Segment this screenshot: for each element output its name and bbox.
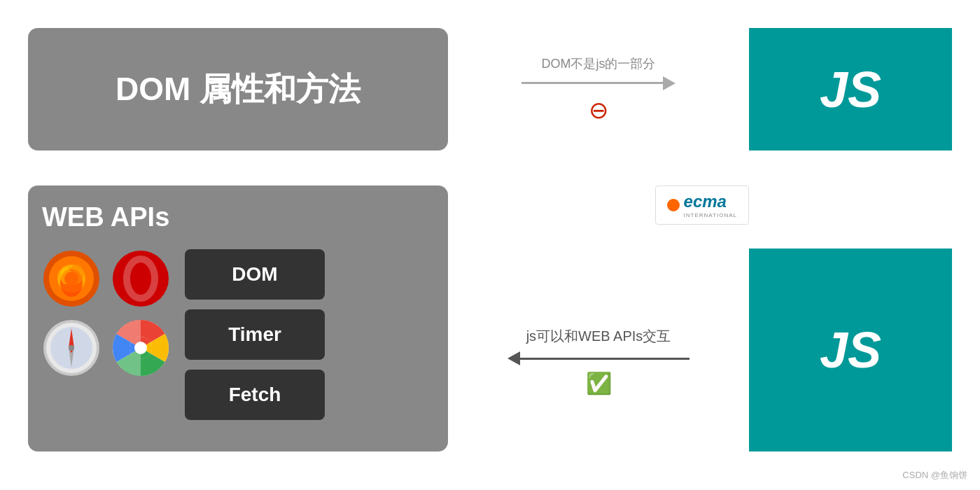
top-arrow-right [522,76,676,90]
svg-point-15 [69,345,74,351]
api-btn-dom: DOM [185,249,325,300]
web-apis-box: WEB APIs [28,186,448,451]
js-bottom-label: JS [820,321,881,379]
web-apis-title: WEB APIs [42,202,434,232]
bottom-arrow-left [507,351,690,365]
dom-box-title: DOM 属性和方法 [115,68,360,111]
arrow-head-left [507,351,520,365]
arrow-label-bottom: js可以和WEB APIs交互 [526,327,671,346]
arrow-label-top: DOM不是js的一部分 [542,55,656,72]
svg-point-6 [64,272,78,286]
arrow-area-top: DOM不是js的一部分 ⊖ [448,28,749,150]
check-symbol: ✅ [586,371,612,396]
api-buttons: DOM Timer Fetch [185,249,325,420]
api-btn-fetch: Fetch [185,370,325,420]
no-symbol: ⊖ [589,96,608,124]
firefox-icon [42,249,102,309]
watermark: CSDN @鱼饷饼 [902,469,967,482]
api-btn-timer: Timer [185,309,325,360]
chrome-icon [111,318,171,378]
arrow-area-bottom: ecma INTERNATIONAL js可以和WEB APIs交互 ✅ [448,186,749,451]
arrow-head [663,76,676,90]
bottom-row: WEB APIs [28,186,952,451]
ecma-logo-area: ecma INTERNATIONAL [655,186,749,225]
arrow-line [522,82,663,84]
browsers-and-items: DOM Timer Fetch [42,244,434,420]
js-box-top: JS [749,28,952,150]
svg-point-18 [134,342,147,354]
safari-icon [42,318,102,378]
arrow-line-bottom [520,358,690,360]
ecma-text: ecma [684,192,737,211]
top-row: DOM 属性和方法 DOM不是js的一部分 ⊖ JS [28,28,952,150]
browser-icons [42,249,171,378]
ecma-sub: INTERNATIONAL [684,212,737,218]
ecma-logo: ecma INTERNATIONAL [655,186,749,225]
ecma-dot [667,199,680,211]
dom-box: DOM 属性和方法 [28,28,448,150]
main-container: DOM 属性和方法 DOM不是js的一部分 ⊖ JS WEB APIs [0,0,980,490]
js-top-label: JS [820,61,881,118]
bottom-arrow-container: js可以和WEB APIs交互 ✅ [448,327,749,396]
js-box-bottom: JS [749,248,952,451]
opera-icon [111,249,171,309]
